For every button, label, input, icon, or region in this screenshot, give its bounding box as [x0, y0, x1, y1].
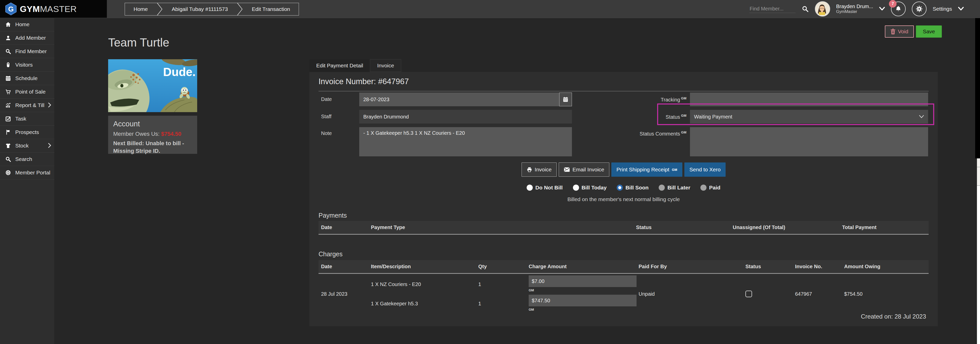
account-summary: Account Member Owes Us: $754.50 Next Bil… [108, 116, 197, 154]
charge-amount-input[interactable] [529, 275, 636, 287]
charge-qty: 1 [476, 274, 526, 294]
gm-badge: GM [529, 308, 534, 311]
sidebar-item-home[interactable]: Home [0, 18, 54, 31]
email-invoice-button[interactable]: Email Invoice [559, 162, 609, 177]
charge-item-description: 1 X NZ Couriers - E20 [368, 274, 476, 294]
radio-do-not-bill[interactable]: Do Not Bill [527, 185, 563, 191]
top-header: G GYMMASTER Home Abigail Tubay #1111573 … [0, 0, 980, 18]
breadcrumb-separator-icon [237, 3, 243, 15]
breadcrumb-home[interactable]: Home [125, 3, 156, 15]
note-textarea[interactable]: - 1 X Gatekeeper h5.3 1 X NZ Couriers - … [359, 127, 572, 156]
search-icon [5, 156, 11, 162]
sidebar-item-task[interactable]: Task [0, 112, 54, 125]
radio-icon [573, 185, 579, 191]
charge-amount-input[interactable] [529, 295, 636, 306]
date-picker-button[interactable] [559, 92, 572, 106]
status-comments-textarea[interactable] [690, 127, 928, 156]
printer-icon [527, 167, 532, 173]
tab-edit-payment-detail[interactable]: Edit Payment Detail [309, 59, 370, 72]
sidebar-item-stock[interactable]: Stock [0, 139, 54, 152]
bell-icon [895, 5, 902, 13]
page-title: Team Turtle [108, 36, 169, 49]
account-heading: Account [113, 120, 192, 128]
chevron-right-icon [48, 143, 51, 148]
charge-amount-owing: $754.50 [842, 274, 929, 313]
date-label: Date [321, 97, 332, 102]
payments-heading: Payments [318, 212, 347, 219]
right-edge-window-sliver [977, 159, 980, 167]
date-input[interactable] [359, 92, 559, 106]
radio-paid[interactable]: Paid [700, 185, 720, 191]
charge-date: 28 Jul 2023 [318, 274, 368, 313]
current-user[interactable]: Brayden Drum... GymMaster [836, 3, 873, 14]
calendar-icon [563, 97, 569, 103]
keytag-icon [5, 62, 11, 68]
report-chart-icon [5, 102, 11, 108]
settings-chevron-down-icon[interactable] [958, 7, 964, 11]
tracking-input[interactable] [690, 92, 928, 106]
charge-status-checkbox[interactable] [745, 291, 752, 297]
sidebar-item-schedule[interactable]: Schedule [0, 72, 54, 85]
cart-icon [5, 89, 11, 95]
app-logo[interactable]: G GYMMASTER [0, 0, 107, 18]
billing-options: Do Not Bill Bill Today Bill Soon Bill La… [309, 185, 938, 191]
owes-amount: $754.50 [161, 131, 181, 137]
settings-gear-button[interactable] [912, 2, 927, 16]
charges-table-header: Date Item/Description Qty Charge Amount … [318, 260, 929, 274]
created-on-text: Created on: 28 Jul 2023 [861, 313, 926, 320]
staff-input[interactable] [359, 110, 572, 124]
right-edge-window-sliver [977, 167, 980, 186]
void-button[interactable]: Void [885, 25, 914, 38]
notifications-badge: 7 [889, 0, 897, 8]
home-icon [5, 21, 11, 27]
find-member-input[interactable] [749, 5, 795, 13]
transaction-tabs: Edit Payment Detail Invoice [309, 59, 401, 72]
radio-bill-later[interactable]: Bill Later [659, 185, 690, 191]
tracking-label: TrackingGM [628, 97, 686, 103]
charge-amount-cell: GM [526, 294, 636, 313]
gear-icon [916, 5, 923, 13]
user-chevron-down-icon[interactable] [879, 7, 885, 11]
notifications-button[interactable]: 7 [891, 2, 906, 16]
breadcrumb-edit-transaction[interactable]: Edit Transaction [243, 3, 299, 15]
avatar[interactable] [815, 1, 830, 16]
flag-icon [5, 129, 11, 135]
radio-bill-soon[interactable]: Bill Soon [617, 185, 649, 191]
gymmaster-logo-icon: G [5, 3, 17, 15]
status-selected-value: Waiting Payment [694, 114, 732, 120]
member-photo: Dude. [108, 59, 197, 112]
search-icon[interactable] [802, 5, 809, 13]
app-logo-text: GYMMASTER [20, 4, 77, 14]
sidebar-item-add-member[interactable]: Add Member [0, 31, 54, 45]
sidebar-item-member-portal[interactable]: Member Portal [0, 166, 54, 179]
tab-invoice[interactable]: Invoice [370, 59, 401, 72]
payments-table-header: Date Payment Type Status Unassigned (Of … [318, 221, 929, 235]
gm-badge: GM [681, 130, 686, 134]
svg-text:G: G [8, 5, 14, 13]
find-member-icon [5, 48, 11, 54]
edit-payment-panel: Invoice Number: #647967 Date Staff Note … [309, 72, 938, 326]
right-edge-strip [975, 18, 980, 159]
envelope-icon [564, 167, 570, 172]
status-select[interactable]: Waiting Payment [690, 110, 928, 124]
send-to-xero-button[interactable]: Send to Xero [684, 162, 726, 177]
photo-caption: Dude. [163, 65, 196, 79]
settings-label[interactable]: Settings [933, 6, 952, 12]
current-user-name: Brayden Drum... [836, 3, 873, 10]
breadcrumb-member[interactable]: Abigail Tubay #1111573 [163, 3, 237, 15]
save-button[interactable]: Save [916, 25, 942, 38]
sidebar-item-search[interactable]: Search [0, 152, 54, 166]
charge-invoice-no: 647967 [792, 274, 842, 313]
invoice-button[interactable]: Invoice [522, 162, 557, 177]
radio-bill-today[interactable]: Bill Today [573, 185, 607, 191]
charge-item-description: 1 X Gatekeeper h5.3 [368, 294, 476, 313]
add-member-icon [5, 35, 11, 41]
sidebar-item-prospects[interactable]: Prospects [0, 125, 54, 139]
sidebar-item-report-till[interactable]: Report & Till [0, 99, 54, 112]
sidebar-item-find-member[interactable]: Find Member [0, 45, 54, 58]
sidebar-item-visitors[interactable]: Visitors [0, 58, 54, 72]
staff-label: Staff [321, 114, 331, 119]
gm-badge: GM [681, 97, 686, 100]
print-shipping-receipt-button[interactable]: Print Shipping ReceiptGM [611, 162, 682, 177]
sidebar-item-point-of-sale[interactable]: Point of Sale [0, 85, 54, 99]
